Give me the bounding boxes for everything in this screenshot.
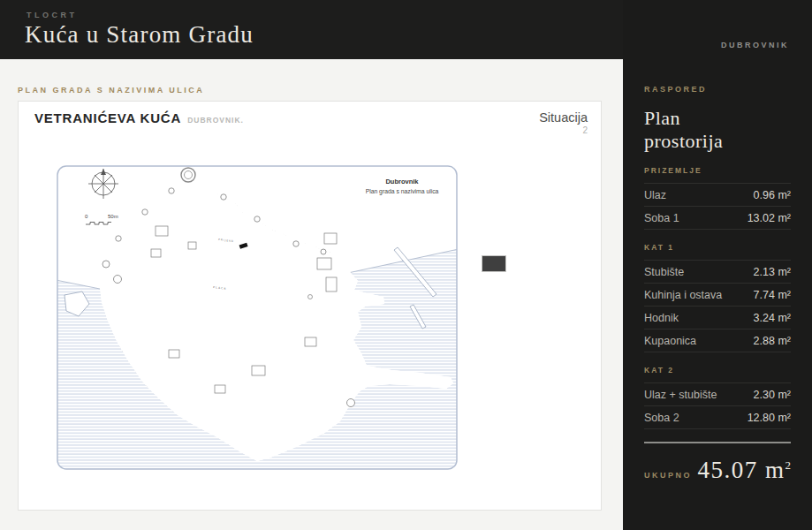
scale-end: 50m [108,214,118,219]
section-label: PLAN GRADA S NAZIVIMA ULICA [18,86,204,95]
room-area: 0.96 m² [754,189,791,201]
total-divider [644,442,791,443]
map-title: Dubrovnik [385,178,419,186]
room-name: Ulaz + stubište [644,389,717,401]
luza-square [308,295,313,299]
room-row: Ulaz + stubište 2.30 m² [644,383,791,406]
total-row: UKUPNO 45.07 m2 [644,457,791,484]
city-map-container: 0 50m Dubrovnik Plan grada s nazivima ul… [56,164,459,471]
room-area: 13.02 m² [747,212,791,224]
room-name: Stubište [644,266,684,278]
card-header: VETRANIĆEVA KUĆA DUBROVNIK. Situacija 2 [34,110,588,135]
room-name: Kupaonica [644,335,696,347]
card-subtitle: DUBROVNIK. [187,116,244,125]
room-row: Soba 2 12.80 m² [644,406,791,429]
section-label-kat2: KAT 2 [644,366,791,383]
dubrovnik-city-map: 0 50m Dubrovnik Plan grada s nazivima ul… [56,164,459,471]
room-name: Soba 2 [644,412,679,424]
room-area: 2.13 m² [754,266,791,278]
sidebar-title: Plan prostorija [644,107,741,153]
total-label: UKUPNO [644,471,692,480]
section-label-kat1: KAT 1 [644,243,791,261]
room-name: Ulaz [644,189,666,201]
room-row: Stubište 2.13 m² [644,261,791,284]
room-row: Soba 1 13.02 m² [644,207,791,230]
room-area: 2.88 m² [754,335,791,347]
room-name: Soba 1 [644,212,679,224]
room-row: Ulaz 0.96 m² [644,184,791,207]
total-value: 45.07 m2 [697,457,791,484]
room-row: Kuhinja i ostava 7.74 m² [644,284,791,307]
room-name: Kuhinja i ostava [644,289,722,301]
room-row: Kupaonica 2.88 m² [644,329,791,352]
page-title: Kuća u Starom Gradu [25,21,254,49]
room-row: Hodnik 3.24 m² [644,307,791,329]
room-area: 12.80 m² [747,412,791,424]
situacija-block: Situacija 2 [539,110,588,135]
legend-swatch [482,255,506,272]
room-area: 7.74 m² [754,289,791,301]
room-area: 2.30 m² [754,389,791,401]
map-subtitle: Plan grada s nazivima ulica [366,188,439,195]
sidebar-location: DUBROVNIK [721,41,789,49]
sidebar: DUBROVNIK RASPORED Plan prostorija PRIZE… [623,0,812,530]
plan-card: VETRANIĆEVA KUĆA DUBROVNIK. Situacija 2 [18,101,602,511]
minceta-tower [181,168,195,182]
situacija-number: 2 [539,125,588,135]
header-eyebrow: TLOCRT [27,11,78,19]
sidebar-eyebrow: RASPORED [644,85,791,94]
situacija-label: Situacija [539,110,588,125]
section-label-prizemlje: PRIZEMLJE [644,166,791,184]
room-name: Hodnik [644,312,679,324]
onofrio-fountain [114,276,122,284]
room-area: 3.24 m² [754,312,791,324]
main-area: PLAN GRADA S NAZIVIMA ULICA VETRANIĆEVA … [0,59,623,530]
card-title: VETRANIĆEVA KUĆA [34,110,181,125]
